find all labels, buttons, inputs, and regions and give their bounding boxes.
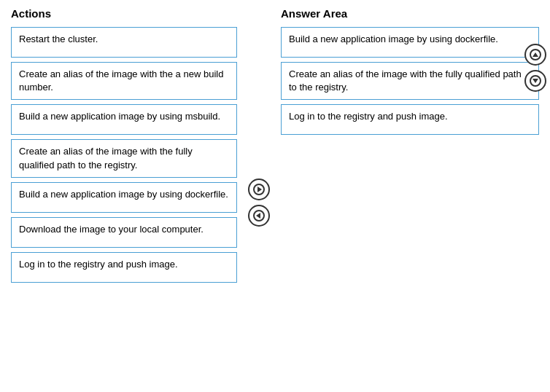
answer-header: Answer Area [281,7,539,20]
answer-item-2[interactable]: Log in to the registry and push image. [281,104,539,135]
middle-buttons [237,7,281,227]
move-left-button[interactable] [248,205,270,227]
action-item-3[interactable]: Create an alias of the image with the fu… [11,139,237,177]
answer-item-1[interactable]: Create an alias of the image with the fu… [281,62,539,100]
action-item-2[interactable]: Build a new application image by using m… [11,104,237,135]
action-item-0[interactable]: Restart the cluster. [11,27,237,58]
answer-item-0[interactable]: Build a new application image by using d… [281,27,539,58]
action-item-1[interactable]: Create an alias of the image with the a … [11,62,237,100]
move-right-button[interactable] [248,179,270,200]
svg-marker-7 [532,79,538,83]
svg-marker-3 [256,213,260,219]
move-down-button[interactable] [524,70,546,92]
actions-list: Restart the cluster.Create an alias of t… [11,27,237,283]
action-item-4[interactable]: Build a new application image by using d… [11,182,237,213]
svg-marker-1 [257,187,262,192]
svg-marker-5 [532,52,538,57]
action-item-5[interactable]: Download the image to your local compute… [11,217,237,248]
actions-header: Actions [11,7,237,20]
action-item-6[interactable]: Log in to the registry and push image. [11,252,237,283]
move-up-button[interactable] [524,44,546,66]
answer-list: Build a new application image by using d… [281,27,539,135]
